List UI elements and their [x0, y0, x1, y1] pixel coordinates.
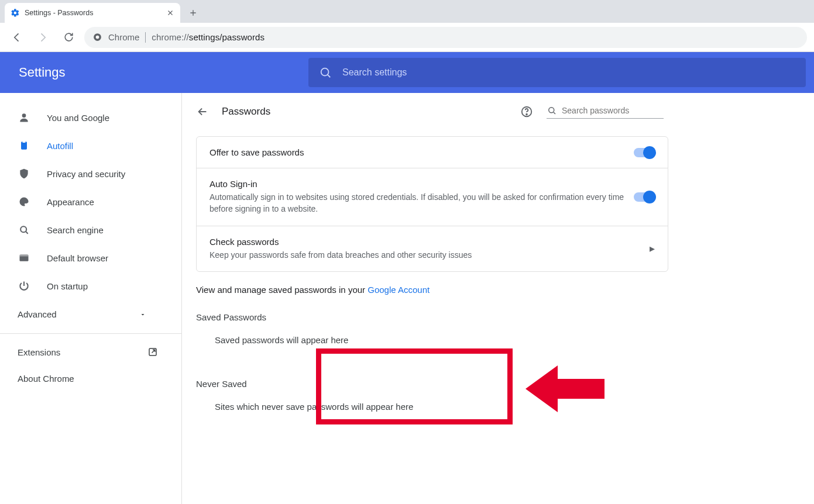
sidebar-item-label: You and Google [47, 113, 109, 123]
saved-passwords-heading: Saved Passwords [182, 295, 682, 322]
reload-button[interactable] [59, 27, 78, 47]
back-icon[interactable] [196, 105, 209, 118]
search-icon [319, 66, 332, 79]
sidebar-divider [0, 333, 181, 334]
omnibox-label: Chrome [108, 32, 139, 42]
palette-icon [18, 196, 30, 208]
shield-icon [18, 168, 30, 179]
settings-header: Settings Search settings [0, 52, 814, 93]
page-title: Passwords [222, 106, 270, 118]
check-passwords-subtitle: Keep your passwords safe from data breac… [209, 249, 640, 261]
tab-title: Settings - Passwords [25, 9, 93, 17]
new-tab-button[interactable] [185, 5, 201, 21]
chevron-right-icon: ▸ [650, 242, 655, 255]
svg-rect-4 [21, 141, 27, 149]
sidebar-item-search-engine[interactable]: Search engine [0, 216, 181, 244]
open-in-new-icon [147, 347, 158, 357]
svg-point-12 [549, 107, 554, 112]
sidebar-item-default-browser[interactable]: Default browser [0, 244, 181, 272]
passwords-panel: Passwords Offer to save passwords [182, 93, 682, 504]
browser-tab[interactable]: Settings - Passwords [5, 3, 180, 23]
forward-button[interactable] [33, 27, 53, 47]
svg-point-6 [20, 226, 26, 232]
password-search-input[interactable] [562, 106, 664, 115]
sidebar-item-label: On startup [47, 281, 88, 291]
sidebar-extensions[interactable]: Extensions [0, 339, 176, 365]
advanced-label: Advanced [18, 309, 57, 319]
manage-passwords-line: View and manage saved passwords in your … [182, 272, 682, 295]
svg-point-3 [22, 113, 26, 118]
search-settings-field[interactable]: Search settings [308, 58, 806, 87]
svg-point-2 [321, 68, 329, 76]
check-passwords-row[interactable]: Check passwords Keep your passwords safe… [197, 226, 668, 271]
sidebar-item-label: Privacy and security [47, 169, 125, 179]
omnibox-separator [145, 32, 146, 43]
sidebar-item-on-startup[interactable]: On startup [0, 272, 181, 300]
person-icon [18, 112, 30, 123]
search-settings-placeholder: Search settings [342, 67, 407, 78]
check-passwords-title: Check passwords [209, 237, 640, 247]
saved-passwords-empty: Saved passwords will appear here [182, 322, 682, 351]
chevron-down-icon [139, 311, 146, 318]
offer-save-toggle[interactable] [634, 148, 655, 157]
sidebar-item-you-and-google[interactable]: You and Google [0, 103, 181, 132]
google-account-link[interactable]: Google Account [367, 285, 430, 295]
svg-rect-5 [23, 141, 26, 143]
auto-signin-title: Auto Sign-in [209, 179, 624, 189]
auto-signin-subtitle: Automatically sign in to websites using … [209, 191, 624, 215]
chrome-product-icon [92, 32, 102, 42]
svg-point-11 [526, 114, 527, 115]
sidebar-item-appearance[interactable]: Appearance [0, 188, 181, 216]
omnibox-url: chrome://settings/passwords [152, 32, 265, 42]
svg-rect-8 [20, 254, 29, 256]
settings-sidebar: You and Google Autofill Privacy and secu… [0, 93, 181, 504]
never-saved-empty: Sites which never save passwords will ap… [182, 389, 682, 417]
offer-save-passwords-row: Offer to save passwords [197, 137, 668, 168]
power-icon [18, 280, 30, 292]
never-saved-heading: Never Saved [182, 351, 682, 389]
password-search-field[interactable] [547, 105, 664, 119]
auto-signin-row: Auto Sign-in Automatically sign in to we… [197, 168, 668, 226]
sidebar-advanced[interactable]: Advanced [0, 300, 164, 329]
auto-signin-toggle[interactable] [634, 192, 655, 202]
extensions-label: Extensions [18, 347, 60, 357]
sidebar-about-chrome[interactable]: About Chrome [0, 365, 181, 392]
browser-icon [18, 252, 30, 264]
sidebar-item-autofill[interactable]: Autofill [0, 132, 181, 160]
sidebar-item-label: Default browser [47, 253, 108, 263]
help-icon[interactable] [520, 105, 534, 119]
tab-close-icon[interactable] [166, 9, 174, 17]
omnibox[interactable]: Chrome chrome://settings/passwords [84, 27, 807, 48]
clipboard-icon [18, 140, 30, 151]
settings-title: Settings [19, 65, 66, 80]
search-icon [547, 105, 557, 116]
sidebar-item-label: Appearance [47, 197, 94, 207]
back-button[interactable] [7, 27, 27, 47]
offer-save-label: Offer to save passwords [209, 147, 624, 157]
sidebar-item-label: Search engine [47, 225, 104, 235]
svg-point-1 [96, 36, 99, 39]
settings-favicon-icon [11, 8, 20, 18]
about-chrome-label: About Chrome [18, 374, 74, 384]
browser-toolbar: Chrome chrome://settings/passwords [0, 23, 814, 52]
search-icon [18, 224, 30, 236]
sidebar-item-label: Autofill [47, 141, 73, 151]
sidebar-item-privacy[interactable]: Privacy and security [0, 160, 181, 188]
tab-strip: Settings - Passwords [0, 0, 814, 23]
